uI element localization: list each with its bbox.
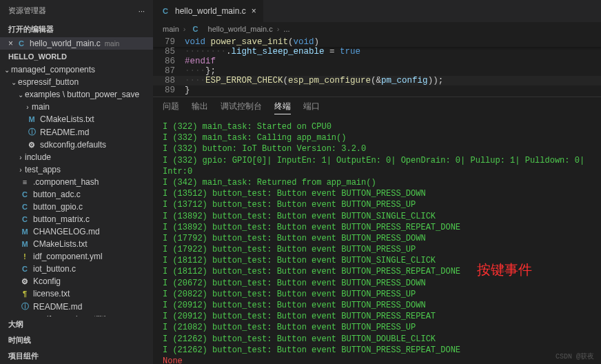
terminal-line: I (20912) button_test: Button event BUTT… [163,300,591,311]
tree-folder[interactable]: ⌄managed_components [0,63,153,76]
annotation-label: 按键事件 [477,261,532,279]
panel-tabs: 问题 输出 调试控制台 终端 端口 [153,97,601,119]
close-icon[interactable]: × [8,39,13,48]
explorer-title: 资源管理器 [8,6,46,16]
tab-debug[interactable]: 调试控制台 [221,101,262,114]
terminal-line: I (21262) button_test: Button event BUTT… [163,334,591,345]
breadcrumb[interactable]: main› Chello_world_main.c› ... [153,22,601,36]
tree-folder[interactable]: ›include [0,151,153,163]
terminal-line: I (322) main_task: Started on CPU0 [163,121,591,132]
explorer-header: 资源管理器 ··· [0,0,153,21]
open-file-hint: main [105,40,120,48]
terminal-line: I (342) main_task: Returned from app_mai… [163,177,591,188]
chevron-down-icon: ⌄ [10,79,18,86]
tree-file[interactable]: Cbutton_gpio.c [0,201,153,213]
c-file-icon: C [19,190,30,199]
c-file-icon: C [160,7,171,15]
explorer-sidebar: 资源管理器 ··· 打开的编辑器 × C hello_world_main.c … [0,0,153,364]
cmake-icon: M [19,240,30,248]
tree-file[interactable]: MCMakeLists.txt [0,113,153,125]
terminal-line: I (21082) button_test: Button event BUTT… [163,322,591,333]
gear-icon: ⚙ [26,141,37,150]
tab-label: hello_world_main.c [175,6,246,16]
terminal-line: I (13512) button_test: Button event BUTT… [163,188,591,199]
open-editor-item[interactable]: × C hello_world_main.c main [0,37,153,50]
terminal-line: I (13892) button_test: Button event BUTT… [163,222,591,233]
c-file-icon: C [16,39,27,48]
terminal-line: I (21262) button_test: Button event BUTT… [163,345,591,356]
tree-file[interactable]: ¶license.txt [0,287,153,300]
chevron-down-icon: ⌄ [3,66,11,74]
open-file-name: hello_world_main.c [30,39,101,48]
tree-file[interactable]: MCMakeLists.txt [0,238,153,250]
file-icon: ≡ [19,178,30,186]
c-file-icon: C [190,25,201,33]
chevron-right-icon: › [277,25,280,33]
c-file-icon: C [19,215,30,223]
chevron-down-icon: ⌄ [17,91,25,99]
terminal-output[interactable]: I (322) main_task: Started on CPU0I (332… [153,119,601,364]
info-icon: ⓘ [26,127,37,137]
yml-icon: ! [19,253,30,261]
outline-section[interactable]: 大纲 [0,316,153,332]
terminal-line: None [163,356,591,364]
chevron-right-icon: › [17,166,25,174]
tab-problems[interactable]: 问题 [163,101,179,114]
more-icon[interactable]: ··· [139,7,145,15]
tree-file[interactable]: ⚙Kconfig [0,275,153,287]
md-icon: M [19,228,30,236]
tree-file[interactable]: Cbutton_matrix.c [0,213,153,225]
chevron-right-icon: › [183,25,186,33]
terminal-line: I (332) button: IoT Button Version: 3.2.… [163,143,591,154]
tree-file[interactable]: MCHANGELOG.md [0,225,153,238]
code-editor[interactable]: 79void power_save_init(void) 85········.… [153,36,601,97]
tab-output[interactable]: 输出 [192,101,208,114]
tree-folder[interactable]: ⌄examples \ button_power_save [0,88,153,101]
tree-file[interactable]: ≡.component_hash [0,176,153,188]
project-name[interactable]: HELLO_WORLD [0,50,153,63]
tab-ports[interactable]: 端口 [303,101,320,114]
main-area: C hello_world_main.c × main› Chello_worl… [153,0,601,364]
timeline-section[interactable]: 时间线 [0,332,153,348]
terminal-line: I (332) main_task: Calling app_main() [163,132,591,143]
terminal-line: I (17792) button_test: Button event BUTT… [163,233,591,244]
c-file-icon: C [19,265,30,273]
terminal-line: I (13712) button_test: Button event BUTT… [163,199,591,210]
open-editors-label[interactable]: 打开的编辑器 [0,21,153,37]
tree-folder[interactable]: ›test_apps [0,163,153,176]
projcomp-section[interactable]: 项目组件 [0,348,153,364]
file-tree: ⌄managed_components ⌄espressif_button ⌄e… [0,63,153,316]
tree-folder[interactable]: ⌄espressif_button [0,76,153,88]
editor-tab[interactable]: C hello_world_main.c × [153,0,264,22]
watermark: CSDN @获夜 [556,352,594,362]
terminal-line: I (17922) button_test: Button event BUTT… [163,244,591,255]
info-icon: ⓘ [19,301,30,312]
tree-folder[interactable]: ›main [0,101,153,113]
terminal-line: I (20912) button_test: Button event BUTT… [163,311,591,322]
chevron-right-icon: › [17,154,25,161]
cmake-icon: M [26,115,37,123]
c-file-icon: C [19,203,30,211]
tree-file[interactable]: !idf_component.yml [0,250,153,263]
tab-terminal[interactable]: 终端 [274,101,291,114]
tree-file[interactable]: Ciot_button.c [0,263,153,275]
terminal-line: I (20822) button_test: Button event BUTT… [163,289,591,300]
gear-icon: ⚙ [19,277,30,286]
tree-file[interactable]: ⚙sdkconfig.defaults [0,139,153,151]
chevron-right-icon: › [23,103,32,111]
close-icon[interactable]: × [252,6,256,16]
terminal-line: I (13892) button_test: Button event BUTT… [163,211,591,222]
license-icon: ¶ [19,290,30,298]
terminal-line: I (20672) button_test: Button event BUTT… [163,278,591,289]
terminal-line: I (332) gpio: GPIO[0]| InputEn: 1| Outpu… [163,155,591,177]
tree-file[interactable]: ⓘREADME.md [0,300,153,313]
tree-file[interactable]: ⓘREADME.md [0,125,153,139]
tree-file[interactable]: Cbutton_adc.c [0,188,153,201]
tab-bar: C hello_world_main.c × [153,0,601,22]
